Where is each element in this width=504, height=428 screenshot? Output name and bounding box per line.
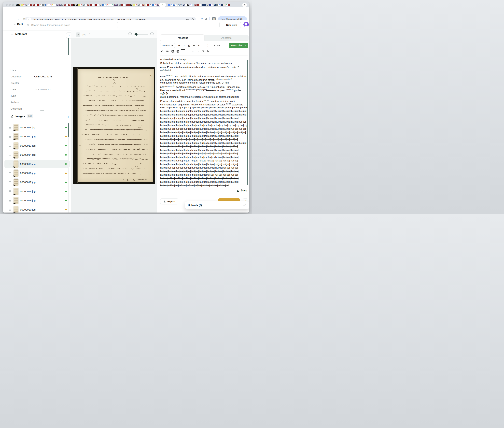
transcription-line[interactable]: quam Eminentiss[im]um tuum indicandum ex… [160, 65, 247, 68]
tab-favicon[interactable]: Ⅲ [18, 4, 20, 6]
tab-favicon[interactable]: ▸ [221, 4, 223, 6]
drag-handle-icon[interactable] [9, 163, 11, 165]
image-list-item[interactable]: 00000020.jpg [4, 206, 70, 213]
tab-favicon[interactable]: PQ [178, 4, 180, 6]
image-list-item[interactable]: 00000012.jpg [4, 132, 70, 141]
zoom-slider[interactable] [134, 34, 148, 35]
tab-favicon[interactable]: J [30, 4, 32, 6]
image-thumbnail[interactable] [14, 133, 18, 140]
transcription-line[interactable]: sis, quàm tunc fuit, cùm Roma discessuru… [160, 77, 247, 81]
bullet-list-icon[interactable] [202, 44, 206, 47]
unlink-icon[interactable] [166, 49, 169, 53]
drag-handle-icon[interactable] [9, 172, 11, 174]
image-list-item[interactable]: 00000016.jpg [4, 169, 70, 177]
image-thumbnail[interactable] [14, 188, 18, 195]
tab-favicon[interactable]: J [64, 4, 65, 6]
metadata-field-value[interactable]: YYYY-MM-DD [34, 88, 50, 91]
tab-favicon[interactable]: ‖ [150, 4, 152, 6]
zoom-out-icon[interactable]: − [128, 33, 132, 36]
transcription-line[interactable]: hui[us] hui[us] hui[us] hui[us]hui[us] h… [160, 120, 247, 123]
delete-column-icon[interactable] [207, 49, 210, 53]
tab-favicon[interactable]: (G [61, 4, 63, 6]
tab-favicon[interactable]: ▲ [37, 4, 39, 6]
expand-uploads-icon[interactable] [243, 204, 246, 206]
transcription-line[interactable]: quùm possum[m] maximas incredibile enim … [160, 95, 247, 99]
tab-favicon[interactable]: ◉ [211, 4, 213, 6]
tab-favicon[interactable]: ≡ [78, 4, 80, 6]
image-list-item[interactable]: 00000019.jpg [4, 196, 70, 205]
drag-handle-icon[interactable] [9, 135, 11, 138]
transcription-line[interactable]: Eminentissime Princeps [160, 58, 247, 61]
tab-favicon[interactable]: G [28, 4, 30, 6]
drag-handle-icon[interactable] [9, 208, 11, 211]
tab-favicon[interactable]: ♣ [185, 4, 187, 6]
drag-handle-icon[interactable] [9, 126, 11, 129]
tab-favicon[interactable]: AM [116, 4, 118, 6]
outdent-icon[interactable] [217, 44, 221, 47]
export-button[interactable]: Export [160, 198, 178, 205]
new-item-button[interactable]: + New item [219, 22, 241, 28]
image-list-scrollbar[interactable] [68, 123, 69, 137]
tab-favicon[interactable]: ∖ [214, 4, 216, 6]
tab-favicon[interactable]: (G [119, 4, 121, 6]
tab-favicon[interactable]: ≡ [21, 4, 23, 6]
tab-favicon[interactable]: ) [35, 4, 37, 6]
tab-favicon[interactable]: ◆ [168, 4, 170, 6]
transcription-line[interactable]: hui[us]hui[us] hui[us] hui[us] hui[us] h… [160, 116, 247, 120]
tab-favicon[interactable]: [w [199, 4, 201, 6]
window-controls[interactable] [6, 4, 14, 6]
transcription-line[interactable]: commendationi et quum[m] feliciter comme… [160, 102, 247, 106]
pan-hand-tool[interactable] [76, 33, 80, 37]
tab-favicon[interactable]: S [83, 4, 85, 6]
tab-favicon[interactable]: ▸ [102, 4, 104, 6]
fit-width-tool[interactable]: |↔| [82, 33, 85, 36]
tab-favicon[interactable]: ▤ [80, 4, 82, 6]
image-list-item[interactable]: 00000015.jpg [4, 160, 70, 168]
tab-favicon[interactable]: J [88, 4, 89, 6]
tab-favicon[interactable]: AM [59, 4, 61, 6]
fullscreen-tool[interactable] [88, 33, 90, 35]
metadata-scrollbar[interactable] [68, 38, 69, 55]
transcription-line[interactable]: exim habeum, quod de felici itineris mei… [160, 74, 247, 77]
transcription-line[interactable]: ag[itu]s [160, 92, 247, 95]
transcription-line[interactable]: hui[us] hui[us] hui[us]hui[us] hui[us] h… [160, 170, 247, 173]
indent-right-icon[interactable]: →| [191, 49, 195, 53]
delete-table-icon[interactable] [176, 49, 179, 53]
search-box[interactable] [25, 22, 118, 28]
tab-favicon[interactable]: J [228, 4, 230, 6]
transcription-line[interactable]: hui[us] hui[us] hui[us] hui[us]hui[us] h… [160, 148, 247, 152]
tab-favicon[interactable]: G [109, 4, 111, 6]
image-thumbnail[interactable] [14, 197, 18, 204]
tab-favicon[interactable]: ▤ [135, 4, 137, 6]
back-button[interactable]: ← Back [13, 23, 23, 26]
transcription-line[interactable]: exim tuum, hæc aga me affectu[m] reipsi … [160, 81, 247, 84]
metadata-field-value[interactable]: ONB Cod. 9173 [34, 75, 52, 78]
tab-favicon[interactable]: G [190, 4, 192, 6]
transcription-line[interactable]: hui[us] hui[us]hui[us] hui[us] hui[us] h… [160, 131, 247, 134]
tab-favicon[interactable]: S [216, 4, 218, 6]
tab-favicon[interactable]: Ⅲ [76, 4, 78, 6]
zoom-in-icon[interactable]: + [150, 33, 154, 36]
bold-button[interactable]: B [177, 44, 181, 47]
transcription-line[interactable]: hui[us] hui[us] hui[us] hui[us]hui[us] h… [160, 162, 247, 166]
close-window-button[interactable] [6, 4, 8, 6]
transcription-line[interactable]: sup[er]iss[im]i [160, 68, 247, 72]
new-tab-button[interactable]: + [231, 3, 233, 6]
tab-annotate[interactable]: Annotate [204, 35, 249, 41]
tab-favicon[interactable]: J [68, 4, 70, 6]
tab-favicon[interactable]: ★ [209, 4, 211, 6]
minimize-window-button[interactable] [9, 4, 11, 6]
tab-favicon[interactable]: J [90, 4, 92, 6]
image-list-item[interactable]: 00000017.jpg [4, 178, 70, 187]
link-icon[interactable] [161, 49, 164, 53]
drag-handle-icon[interactable] [9, 190, 11, 193]
image-list-item[interactable]: 00000011.jpg [4, 123, 70, 132]
transcription-line[interactable]: hui[us]hui[us]hui[us] hui[us] hui[us]hui… [160, 184, 247, 187]
tab-favicon[interactable]: ‖ [97, 4, 99, 6]
tab-favicon[interactable]: SN [180, 4, 182, 6]
transcription-line[interactable]: hui[us]hui[us]hui[us] hui[us] hui[us] hu… [160, 138, 247, 141]
tab-favicon[interactable]: ≍ [66, 4, 68, 6]
editor-scrollbar[interactable] [247, 60, 248, 185]
tab-favicon[interactable]: AM [114, 4, 116, 6]
tab-favicon[interactable]: G [85, 4, 87, 6]
